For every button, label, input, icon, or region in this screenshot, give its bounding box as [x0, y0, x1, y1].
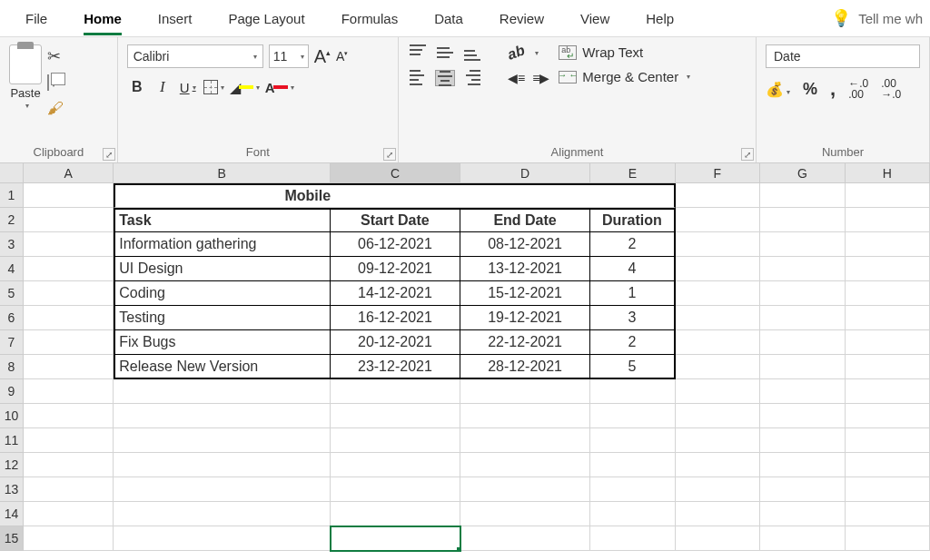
align-right-button[interactable] [462, 70, 482, 86]
format-painter-button[interactable]: 🖌 [47, 99, 64, 118]
increase-font-button[interactable]: A▴ [314, 46, 331, 67]
cell[interactable] [676, 208, 760, 232]
cell[interactable] [676, 330, 760, 355]
cell[interactable]: 22-12-2021 [460, 330, 590, 355]
cell[interactable] [846, 306, 930, 330]
cell[interactable]: 28-12-2021 [460, 355, 590, 379]
cell[interactable] [676, 526, 760, 551]
cell[interactable]: 09-12-2021 [331, 257, 460, 281]
cell[interactable] [676, 379, 760, 404]
cell[interactable] [846, 404, 930, 428]
wrap-text-button[interactable]: Wrap Text [559, 44, 690, 60]
cell[interactable] [460, 502, 590, 526]
cell[interactable] [760, 232, 845, 257]
row-header[interactable]: 1 [0, 183, 24, 208]
cell[interactable] [760, 502, 845, 526]
cell[interactable] [24, 453, 114, 477]
cell[interactable] [460, 428, 590, 453]
cell[interactable]: Information gathering [114, 232, 331, 257]
row-header[interactable]: 14 [0, 502, 24, 526]
select-all-corner[interactable] [0, 163, 24, 183]
cell[interactable] [760, 477, 845, 502]
cell[interactable]: 4 [590, 257, 675, 281]
row-header[interactable]: 4 [0, 257, 24, 281]
cell[interactable] [24, 281, 114, 306]
cell[interactable] [846, 281, 930, 306]
italic-button[interactable]: I [153, 77, 173, 97]
cell[interactable] [846, 477, 930, 502]
cell[interactable] [24, 526, 114, 551]
cell[interactable] [760, 355, 845, 379]
cell[interactable]: 19-12-2021 [460, 306, 590, 330]
borders-button[interactable]: ▾ [203, 77, 224, 97]
row-header[interactable]: 5 [0, 281, 24, 306]
cell[interactable] [331, 502, 460, 526]
number-format-select[interactable]: Date [766, 44, 920, 68]
cell[interactable] [24, 502, 114, 526]
col-header-F[interactable]: F [676, 163, 760, 183]
cell[interactable] [846, 379, 930, 404]
cell[interactable] [24, 330, 114, 355]
tab-insert[interactable]: Insert [140, 4, 211, 34]
cell[interactable] [114, 502, 331, 526]
paste-button[interactable]: Paste ▾ [9, 44, 42, 118]
cell[interactable] [676, 355, 760, 379]
comma-format-button[interactable]: , [830, 77, 836, 101]
cell[interactable] [24, 257, 114, 281]
fill-color-button[interactable]: ◢▾ [230, 77, 260, 97]
col-header-E[interactable]: E [590, 163, 675, 183]
col-header-A[interactable]: A [24, 163, 114, 183]
cell[interactable] [590, 502, 675, 526]
cell[interactable]: Coding [114, 281, 331, 306]
cell[interactable] [760, 428, 845, 453]
cell[interactable] [24, 355, 114, 379]
cell[interactable]: Start Date [331, 208, 460, 232]
cell[interactable] [760, 404, 845, 428]
tab-page-layout[interactable]: Page Layout [210, 4, 322, 34]
row-header[interactable]: 13 [0, 477, 24, 502]
row-header[interactable]: 2 [0, 208, 24, 232]
cell[interactable] [24, 306, 114, 330]
row-header[interactable]: 3 [0, 232, 24, 257]
cell[interactable]: 2 [590, 232, 675, 257]
cell[interactable] [24, 208, 114, 232]
cell[interactable]: 06-12-2021 [331, 232, 460, 257]
cell[interactable] [846, 232, 930, 257]
cell[interactable] [676, 281, 760, 306]
cell[interactable] [114, 477, 331, 502]
cell[interactable] [846, 453, 930, 477]
cell[interactable] [24, 477, 114, 502]
cell[interactable] [846, 257, 930, 281]
cell[interactable]: End Date [460, 208, 590, 232]
copy-button[interactable]: ▾ [47, 75, 64, 90]
row-header[interactable]: 10 [0, 404, 24, 428]
font-family-select[interactable]: Calibri▾ [127, 44, 263, 68]
cell[interactable] [846, 428, 930, 453]
clipboard-dialog-launcher[interactable]: ⤢ [103, 148, 115, 161]
row-header[interactable]: 9 [0, 379, 24, 404]
cell[interactable]: Release New Version [114, 355, 331, 379]
cell[interactable] [760, 257, 845, 281]
cell[interactable] [460, 477, 590, 502]
cell[interactable] [760, 208, 845, 232]
tab-view[interactable]: View [562, 4, 628, 34]
cell[interactable]: 15-12-2021 [460, 281, 590, 306]
tab-data[interactable]: Data [416, 4, 481, 34]
cell[interactable] [590, 477, 675, 502]
decrease-decimal-button[interactable]: .00→.0 [881, 78, 901, 100]
cell[interactable] [331, 453, 460, 477]
merge-center-button[interactable]: Merge & Center▾ [559, 69, 690, 84]
decrease-indent-button[interactable]: ◀≡ [508, 71, 525, 85]
cell[interactable] [331, 404, 460, 428]
cell[interactable]: Task [114, 208, 331, 232]
cell[interactable] [676, 306, 760, 330]
cell[interactable] [114, 453, 331, 477]
row-header[interactable]: 12 [0, 453, 24, 477]
cell[interactable] [114, 379, 331, 404]
underline-button[interactable]: U▾ [178, 77, 198, 97]
cell[interactable] [846, 330, 930, 355]
cell[interactable] [676, 453, 760, 477]
cell[interactable] [331, 183, 461, 208]
align-bottom-button[interactable] [462, 44, 482, 61]
col-header-G[interactable]: G [760, 163, 845, 183]
